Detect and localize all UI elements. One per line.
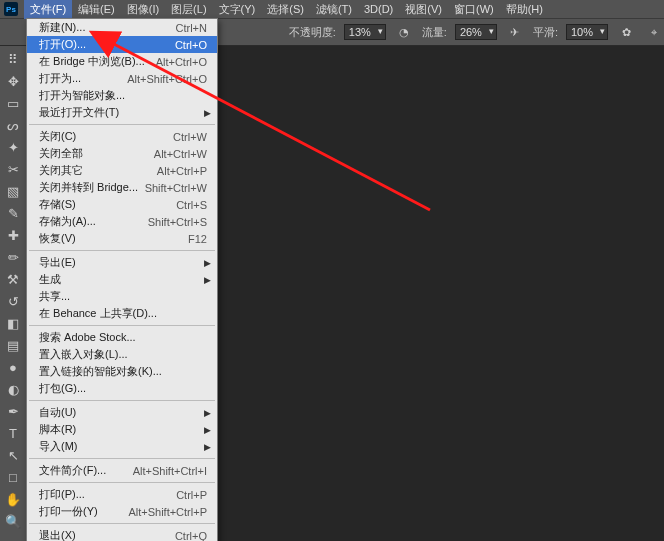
menu-item-label: 共享... bbox=[39, 289, 207, 304]
menu-separator bbox=[29, 325, 215, 326]
menu-item[interactable]: 关闭其它Alt+Ctrl+P bbox=[27, 162, 217, 179]
menu-item-shortcut: Ctrl+S bbox=[176, 199, 207, 211]
menu-选择[interactable]: 选择(S) bbox=[261, 0, 310, 19]
menu-item[interactable]: 打开(O)...Ctrl+O bbox=[27, 36, 217, 53]
menu-item[interactable]: 在 Bridge 中浏览(B)...Alt+Ctrl+O bbox=[27, 53, 217, 70]
menu-item-shortcut: Shift+Ctrl+S bbox=[148, 216, 207, 228]
menu-item[interactable]: 新建(N)...Ctrl+N bbox=[27, 19, 217, 36]
clone-stamp-icon[interactable]: ⚒ bbox=[2, 270, 24, 288]
menu-item[interactable]: 打印一份(Y)Alt+Shift+Ctrl+P bbox=[27, 503, 217, 520]
menu-item[interactable]: 置入嵌入对象(L)... bbox=[27, 346, 217, 363]
menu-item[interactable]: 文件简介(F)...Alt+Shift+Ctrl+I bbox=[27, 462, 217, 479]
move-icon[interactable]: ✥ bbox=[2, 72, 24, 90]
menu-item-shortcut: Ctrl+O bbox=[175, 39, 207, 51]
menu-item[interactable]: 关闭全部Alt+Ctrl+W bbox=[27, 145, 217, 162]
menu-item[interactable]: 自动(U)▶ bbox=[27, 404, 217, 421]
menu-item[interactable]: 脚本(R)▶ bbox=[27, 421, 217, 438]
type-icon[interactable]: T bbox=[2, 424, 24, 442]
eyedropper-icon[interactable]: ✎ bbox=[2, 204, 24, 222]
grip-icon[interactable]: ⠿ bbox=[2, 50, 24, 68]
menu-item-shortcut: Ctrl+N bbox=[176, 22, 207, 34]
menu-item[interactable]: 存储(S)Ctrl+S bbox=[27, 196, 217, 213]
quick-select-icon[interactable]: ✦ bbox=[2, 138, 24, 156]
flow-field[interactable]: 26% bbox=[455, 24, 497, 40]
menu-item-label: 脚本(R) bbox=[39, 422, 207, 437]
opacity-field[interactable]: 13% bbox=[344, 24, 386, 40]
menu-item[interactable]: 关闭并转到 Bridge...Shift+Ctrl+W bbox=[27, 179, 217, 196]
menu-item-label: 新建(N)... bbox=[39, 20, 176, 35]
menu-item[interactable]: 存储为(A)...Shift+Ctrl+S bbox=[27, 213, 217, 230]
menu-item[interactable]: 导出(E)▶ bbox=[27, 254, 217, 271]
menu-文字[interactable]: 文字(Y) bbox=[213, 0, 262, 19]
menu-item[interactable]: 导入(M)▶ bbox=[27, 438, 217, 455]
menu-item[interactable]: 打开为智能对象... bbox=[27, 87, 217, 104]
dodge-icon[interactable]: ◐ bbox=[2, 380, 24, 398]
menu-编辑[interactable]: 编辑(E) bbox=[72, 0, 121, 19]
menu-窗口[interactable]: 窗口(W) bbox=[448, 0, 500, 19]
menu-item[interactable]: 最近打开文件(T)▶ bbox=[27, 104, 217, 121]
menu-separator bbox=[29, 250, 215, 251]
submenu-arrow-icon: ▶ bbox=[204, 258, 211, 268]
brush-icon[interactable]: ✏ bbox=[2, 248, 24, 266]
menu-item[interactable]: 退出(X)Ctrl+Q bbox=[27, 527, 217, 541]
crop-icon[interactable]: ✂ bbox=[2, 160, 24, 178]
lasso-icon[interactable]: ᔕ bbox=[2, 116, 24, 134]
frame-icon[interactable]: ▧ bbox=[2, 182, 24, 200]
menu-item[interactable]: 关闭(C)Ctrl+W bbox=[27, 128, 217, 145]
menu-item-label: 搜索 Adobe Stock... bbox=[39, 330, 207, 345]
menu-item[interactable]: 打开为...Alt+Shift+Ctrl+O bbox=[27, 70, 217, 87]
blur-icon[interactable]: ● bbox=[2, 358, 24, 376]
hand-icon[interactable]: ✋ bbox=[2, 490, 24, 508]
menu-item[interactable]: 生成▶ bbox=[27, 271, 217, 288]
menu-item-label: 打印(P)... bbox=[39, 487, 176, 502]
menu-滤镜[interactable]: 滤镜(T) bbox=[310, 0, 358, 19]
menu-separator bbox=[29, 523, 215, 524]
menu-item-label: 打印一份(Y) bbox=[39, 504, 128, 519]
history-brush-icon[interactable]: ↺ bbox=[2, 292, 24, 310]
menu-item-label: 置入嵌入对象(L)... bbox=[39, 347, 207, 362]
menu-文件[interactable]: 文件(F) bbox=[24, 0, 72, 19]
menu-item-shortcut: Alt+Shift+Ctrl+O bbox=[127, 73, 207, 85]
gradient-icon[interactable]: ▤ bbox=[2, 336, 24, 354]
eraser-icon[interactable]: ◧ bbox=[2, 314, 24, 332]
menu-item-shortcut: Alt+Shift+Ctrl+I bbox=[133, 465, 207, 477]
menu-item-label: 关闭全部 bbox=[39, 146, 154, 161]
menu-item[interactable]: 共享... bbox=[27, 288, 217, 305]
smooth-field[interactable]: 10% bbox=[566, 24, 608, 40]
flow-label: 流量: bbox=[422, 25, 447, 40]
menu-item[interactable]: 打印(P)...Ctrl+P bbox=[27, 486, 217, 503]
marquee-icon[interactable]: ▭ bbox=[2, 94, 24, 112]
path-select-icon[interactable]: ↖ bbox=[2, 446, 24, 464]
menu-item-label: 在 Bridge 中浏览(B)... bbox=[39, 54, 156, 69]
menu-item-label: 关闭(C) bbox=[39, 129, 173, 144]
menu-item-label: 关闭其它 bbox=[39, 163, 157, 178]
pen-icon[interactable]: ✒ bbox=[2, 402, 24, 420]
menu-item[interactable]: 搜索 Adobe Stock... bbox=[27, 329, 217, 346]
menu-图层[interactable]: 图层(L) bbox=[165, 0, 212, 19]
tool-column: ⠿✥▭ᔕ✦✂▧✎✚✏⚒↺◧▤●◐✒T↖□✋🔍⋯▦◪ bbox=[0, 46, 26, 541]
menu-item-shortcut: Alt+Ctrl+W bbox=[154, 148, 207, 160]
menu-帮助[interactable]: 帮助(H) bbox=[500, 0, 549, 19]
submenu-arrow-icon: ▶ bbox=[204, 275, 211, 285]
menu-item[interactable]: 恢复(V)F12 bbox=[27, 230, 217, 247]
spot-heal-icon[interactable]: ✚ bbox=[2, 226, 24, 244]
menu-item-label: 打开为智能对象... bbox=[39, 88, 207, 103]
airbrush-icon[interactable]: ✈ bbox=[505, 23, 525, 41]
rectangle-icon[interactable]: □ bbox=[2, 468, 24, 486]
menu-item-label: 置入链接的智能对象(K)... bbox=[39, 364, 207, 379]
menu-item-label: 导出(E) bbox=[39, 255, 207, 270]
menu-item[interactable]: 打包(G)... bbox=[27, 380, 217, 397]
menu-item-shortcut: Shift+Ctrl+W bbox=[145, 182, 207, 194]
menu-3d[interactable]: 3D(D) bbox=[358, 1, 399, 17]
menu-item[interactable]: 在 Behance 上共享(D)... bbox=[27, 305, 217, 322]
pressure-opacity-icon[interactable]: ◔ bbox=[394, 23, 414, 41]
menu-图像[interactable]: 图像(I) bbox=[121, 0, 165, 19]
menu-视图[interactable]: 视图(V) bbox=[399, 0, 448, 19]
zoom-icon[interactable]: 🔍 bbox=[2, 512, 24, 530]
smooth-options-icon[interactable]: ✿ bbox=[616, 23, 636, 41]
more-icon[interactable]: ⋯ bbox=[2, 534, 24, 541]
menu-item-label: 在 Behance 上共享(D)... bbox=[39, 306, 207, 321]
menu-item-label: 生成 bbox=[39, 272, 207, 287]
menu-item[interactable]: 置入链接的智能对象(K)... bbox=[27, 363, 217, 380]
symmetry-icon[interactable]: ⌖ bbox=[644, 23, 664, 41]
